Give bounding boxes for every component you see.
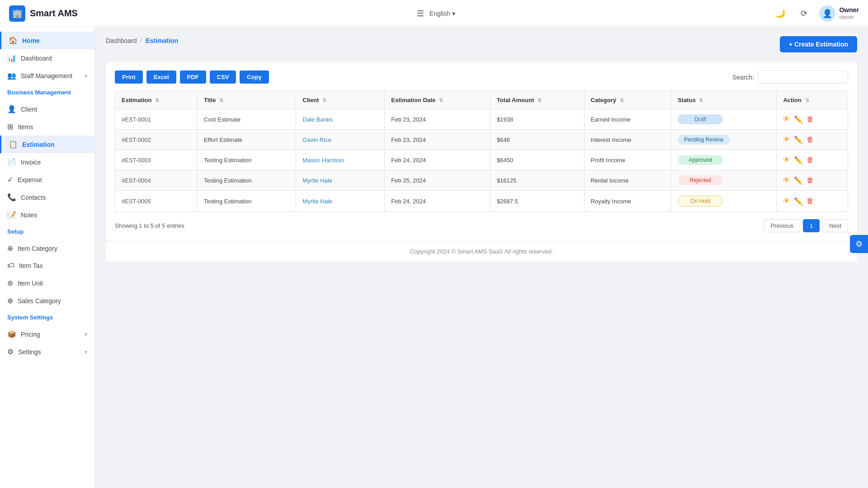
action-icons: 👁 ✏️ 🗑 [783, 156, 841, 164]
sidebar-label-sales-category: Sales Category [18, 297, 61, 305]
user-role: owner [839, 14, 859, 21]
top-header: 🏢 Smart AMS ☰ English ▾ 🌙 ⟳ 👤 Owner owne… [0, 0, 868, 27]
edit-icon[interactable]: ✏️ [794, 197, 803, 206]
content-area: Dashboard / Estimation + Create Estimati… [95, 27, 868, 488]
cell-action: 👁 ✏️ 🗑 [777, 191, 848, 212]
col-category[interactable]: Category ⇅ [584, 91, 671, 109]
cell-date: Feb 23, 2024 [385, 130, 491, 150]
edit-icon[interactable]: ✏️ [794, 176, 803, 185]
delete-icon[interactable]: 🗑 [807, 176, 814, 184]
view-icon[interactable]: 👁 [783, 197, 790, 205]
cell-amount: $16125 [490, 170, 584, 191]
sidebar-item-contacts[interactable]: 📞 Contacts [0, 188, 94, 206]
status-badge: Pending Review [678, 135, 730, 145]
hamburger-button[interactable]: ☰ [417, 9, 424, 19]
sidebar-section-setup-label: Setup [7, 228, 24, 235]
sidebar-item-item-category[interactable]: ⊕ Item Category [0, 239, 94, 257]
main-layout: 🏠 Home 📊 Dashboard 👥 Staff Management ▾ … [0, 27, 868, 488]
client-icon: 👤 [7, 105, 16, 113]
sidebar-item-item-unit[interactable]: ⊛ Item Unit [0, 274, 94, 292]
col-estimation-date[interactable]: Estimation Date ⇅ [385, 91, 491, 109]
sidebar-item-settings[interactable]: ⚙ Settings ▾ [0, 343, 94, 361]
cell-amount: $648 [490, 130, 584, 150]
search-input[interactable] [758, 70, 848, 84]
table-body: #EST-0001 Cost Estimate Dale Banks Feb 2… [115, 109, 848, 212]
sidebar-label-item-unit: Item Unit [18, 280, 43, 287]
sidebar-label-items: Items [18, 123, 33, 131]
view-icon[interactable]: 👁 [783, 136, 790, 144]
table-row: #EST-0001 Cost Estimate Dale Banks Feb 2… [115, 109, 848, 130]
cell-title: Cost Estimate [197, 109, 296, 130]
table-footer: Showing 1 to 5 of 5 entries Previous 1 N… [115, 219, 848, 232]
sidebar-item-notes[interactable]: 📝 Notes [0, 206, 94, 224]
header-center: ☰ English ▾ [417, 9, 455, 19]
table-header: Estimation ⇅ Title ⇅ Client ⇅ Estimation… [115, 91, 848, 109]
edit-icon[interactable]: ✏️ [794, 115, 803, 124]
excel-button[interactable]: Excel [146, 70, 176, 84]
cell-date: Feb 23, 2024 [385, 109, 491, 130]
col-client[interactable]: Client ⇅ [296, 91, 385, 109]
table-row: #EST-0002 Effort Estimate Gavin Rice Feb… [115, 130, 848, 150]
previous-button[interactable]: Previous [764, 219, 800, 232]
delete-icon[interactable]: 🗑 [807, 115, 814, 123]
breadcrumb-separator: / [141, 37, 142, 44]
user-area[interactable]: 👤 Owner owner [819, 5, 859, 22]
delete-icon[interactable]: 🗑 [807, 197, 814, 205]
view-icon[interactable]: 👁 [783, 176, 790, 184]
cell-client: Mason Harrison [296, 150, 385, 170]
sidebar-item-dashboard[interactable]: 📊 Dashboard [0, 49, 94, 67]
cell-category: Earned Income [584, 109, 671, 130]
sidebar-item-pricing[interactable]: 📦 Pricing ▾ [0, 325, 94, 343]
expense-icon: ✓ [7, 175, 13, 184]
sidebar-item-items[interactable]: ⊞ Items [0, 118, 94, 136]
sidebar-item-home[interactable]: 🏠 Home [0, 32, 94, 49]
view-icon[interactable]: 👁 [783, 115, 790, 123]
sidebar-item-estimation[interactable]: 📋 Estimation [0, 136, 94, 153]
page-1-button[interactable]: 1 [803, 219, 820, 232]
header-right: 🌙 ⟳ 👤 Owner owner [772, 5, 859, 22]
language-selector[interactable]: English ▾ [429, 10, 455, 17]
pdf-button[interactable]: PDF [180, 70, 206, 84]
copy-button[interactable]: Copy [240, 70, 269, 84]
refresh-button[interactable]: ⟳ [796, 5, 812, 22]
sidebar-item-item-tax[interactable]: 🏷 Item Tax [0, 257, 94, 274]
breadcrumb-parent[interactable]: Dashboard [106, 37, 137, 44]
sidebar-label-client: Client [21, 106, 37, 113]
col-estimation[interactable]: Estimation ⇅ [115, 91, 198, 109]
cell-title: Effort Estimate [197, 130, 296, 150]
col-action[interactable]: Action ⇅ [777, 91, 848, 109]
sidebar-item-staff-management[interactable]: 👥 Staff Management ▾ [0, 67, 94, 84]
sidebar-item-invoice[interactable]: 📄 Invoice [0, 153, 94, 171]
logo-icon: 🏢 [9, 5, 25, 22]
sidebar-item-sales-category[interactable]: ⊕ Sales Category [0, 292, 94, 310]
delete-icon[interactable]: 🗑 [807, 136, 814, 144]
create-estimation-button[interactable]: + Create Estimation [780, 36, 857, 52]
sidebar-item-expense[interactable]: ✓ Expense [0, 171, 94, 188]
cell-estimation-id: #EST-0003 [115, 150, 198, 170]
cell-title: Testing Estimation [197, 150, 296, 170]
col-title[interactable]: Title ⇅ [197, 91, 296, 109]
pagination: Previous 1 Next [764, 219, 848, 232]
pricing-icon: 📦 [7, 330, 16, 338]
csv-button[interactable]: CSV [210, 70, 236, 84]
sidebar-label-invoice: Invoice [21, 159, 41, 166]
cell-date: Feb 25, 2024 [385, 170, 491, 191]
view-icon[interactable]: 👁 [783, 156, 790, 164]
cell-action: 👁 ✏️ 🗑 [777, 130, 848, 150]
cell-title: Testing Estimation [197, 191, 296, 212]
cell-title: Testing Estimation [197, 170, 296, 191]
home-icon: 🏠 [9, 36, 18, 45]
showing-text: Showing 1 to 5 of 5 entries [115, 222, 184, 229]
col-status[interactable]: Status ⇅ [671, 91, 777, 109]
settings-fab[interactable]: ⚙ [850, 235, 868, 253]
print-button[interactable]: Print [115, 70, 143, 84]
dark-mode-button[interactable]: 🌙 [772, 5, 788, 22]
edit-icon[interactable]: ✏️ [794, 136, 803, 144]
next-button[interactable]: Next [822, 219, 848, 232]
sidebar-label-notes: Notes [21, 211, 38, 219]
col-total-amount[interactable]: Total Amount ⇅ [490, 91, 584, 109]
sidebar-item-client[interactable]: 👤 Client [0, 100, 94, 118]
cell-estimation-id: #EST-0001 [115, 109, 198, 130]
edit-icon[interactable]: ✏️ [794, 156, 803, 164]
delete-icon[interactable]: 🗑 [807, 156, 814, 164]
